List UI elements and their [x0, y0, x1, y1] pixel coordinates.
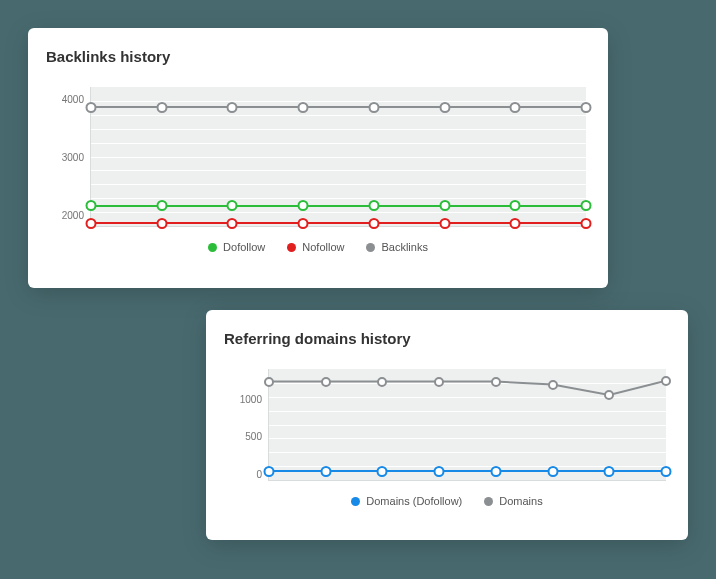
legend-item-backlinks: Backlinks	[366, 241, 427, 253]
circle-icon	[208, 243, 217, 252]
data-point	[377, 377, 387, 387]
legend: Domains (Dofollow) Domains	[224, 495, 670, 507]
legend-label: Backlinks	[381, 241, 427, 253]
y-axis: 4000 3000 2000	[46, 87, 90, 227]
y-tick-label: 500	[245, 431, 262, 442]
legend-item-domains: Domains	[484, 495, 542, 507]
data-point	[661, 376, 671, 386]
legend-item-dofollow: Dofollow	[208, 241, 265, 253]
data-point	[604, 390, 614, 400]
y-tick-label: 4000	[62, 93, 84, 104]
card-title: Referring domains history	[224, 330, 670, 347]
data-point	[548, 380, 558, 390]
legend-label: Domains	[499, 495, 542, 507]
data-point	[321, 377, 331, 387]
plot-area	[268, 369, 666, 481]
circle-icon	[366, 243, 375, 252]
legend-item-domains-dofollow: Domains (Dofollow)	[351, 495, 462, 507]
y-tick-label: 2000	[62, 210, 84, 221]
y-tick-label: 0	[256, 468, 262, 479]
referring-domains-card: Referring domains history 1000 500 0	[206, 310, 688, 540]
legend-label: Dofollow	[223, 241, 265, 253]
legend: Dofollow Nofollow Backlinks	[46, 241, 590, 253]
legend-item-nofollow: Nofollow	[287, 241, 344, 253]
circle-icon	[484, 497, 493, 506]
data-point	[434, 377, 444, 387]
plot-area	[90, 87, 586, 227]
y-tick-label: 3000	[62, 152, 84, 163]
y-tick-label: 1000	[240, 393, 262, 404]
circle-icon	[351, 497, 360, 506]
referring-domains-chart: 1000 500 0	[224, 369, 670, 481]
data-point	[491, 377, 501, 387]
circle-icon	[287, 243, 296, 252]
data-point	[264, 377, 274, 387]
y-axis: 1000 500 0	[224, 369, 268, 481]
card-title: Backlinks history	[46, 48, 590, 65]
legend-label: Nofollow	[302, 241, 344, 253]
backlinks-history-chart: 4000 3000 2000	[46, 87, 590, 227]
backlinks-history-card: Backlinks history 4000 3000 2000	[28, 28, 608, 288]
legend-label: Domains (Dofollow)	[366, 495, 462, 507]
